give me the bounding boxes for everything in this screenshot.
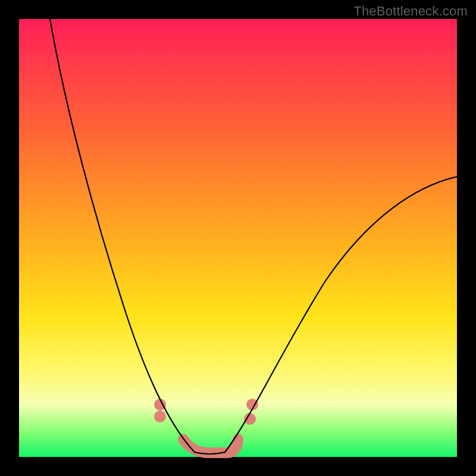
coral-dot-right-2 (244, 413, 256, 425)
curve-left (50, 19, 195, 452)
watermark-text: TheBottleneck.com (353, 4, 468, 19)
chart-svg (19, 19, 457, 457)
chart-frame: TheBottleneck.com (0, 0, 476, 476)
coral-dot-left-2 (154, 411, 166, 422)
chart-plot-area (19, 19, 457, 457)
curve-right (225, 177, 457, 452)
